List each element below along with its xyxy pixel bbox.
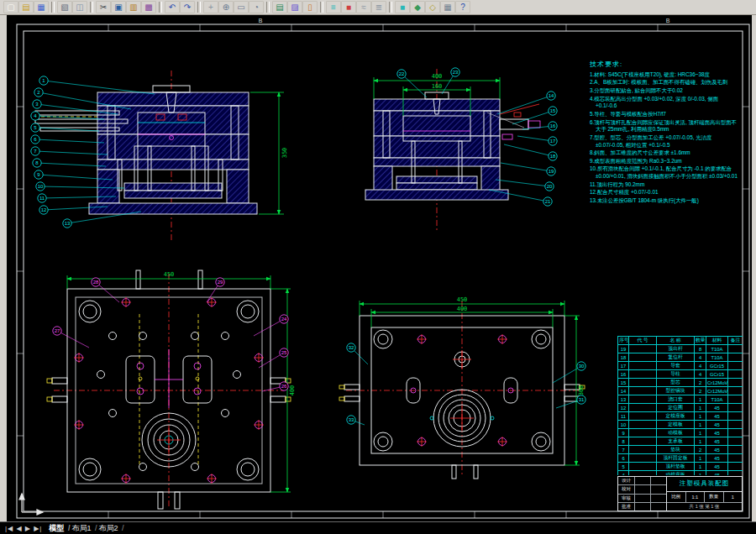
- bom-cell: [728, 421, 743, 429]
- callout-balloon: 28: [92, 278, 100, 286]
- bom-cell: [728, 463, 743, 471]
- bom-cell: 2: [695, 446, 706, 454]
- drawing-canvas[interactable]: B B: [7, 15, 752, 521]
- bom-header-cell: 材料: [706, 337, 728, 345]
- bom-header-cell: 代 号: [629, 337, 657, 345]
- bom-cell: 19: [618, 345, 629, 353]
- callout-balloon: 10: [36, 182, 45, 191]
- bom-cell: 8: [695, 345, 706, 353]
- bom-cell: [629, 353, 657, 362]
- bom-cell: 1: [695, 404, 706, 412]
- zoom-previous-icon[interactable]: ◔: [249, 1, 264, 13]
- bom-cell: 7: [618, 446, 629, 454]
- dimension-label: 160: [432, 83, 443, 90]
- bom-cell: 定位圈: [657, 404, 695, 412]
- lineweight-icon[interactable]: ≣: [371, 1, 386, 13]
- open-icon[interactable]: ▤: [18, 1, 34, 13]
- bom-cell: 13: [618, 395, 629, 404]
- tech-note-line: 3.分型面研配贴合, 贴合间隙不大于0.02: [590, 87, 741, 95]
- cut-icon[interactable]: ✂: [96, 1, 111, 13]
- bom-header-cell: 序号: [618, 337, 629, 345]
- bom-table-container: 序号代 号名 称数量材料备注19顶出杆8T10A18复位杆4T10A17导套4G…: [617, 336, 743, 475]
- bom-row: 7垫块245: [618, 446, 743, 454]
- callout-number: 17: [550, 139, 556, 144]
- tab-nav-buttons[interactable]: |◀ ◀ ▶ ▶|: [5, 525, 42, 532]
- paste-icon[interactable]: ▥: [126, 1, 141, 13]
- ejector-pin-symbol: [109, 410, 117, 417]
- layout-tab-bar: |◀ ◀ ▶ ▶| 模型布局1布局2: [0, 521, 756, 534]
- zone-label: B: [259, 18, 263, 24]
- callout-number: 22: [399, 71, 405, 76]
- layout-tab-2[interactable]: 布局1: [71, 524, 97, 532]
- toolbar-separator: [320, 2, 323, 13]
- print-preview-icon[interactable]: ◫: [72, 1, 87, 13]
- bom-cell: 1: [695, 421, 706, 429]
- undo-icon[interactable]: ↶: [165, 1, 180, 13]
- bom-row: 17导套4GCr15: [618, 362, 743, 370]
- osnap-icon[interactable]: ◇: [425, 1, 440, 13]
- designcenter-icon[interactable]: ▨: [287, 1, 302, 13]
- callout-balloon: 1: [39, 76, 48, 85]
- sheet-info: 共 1 张 第 1 张: [667, 503, 742, 510]
- bom-row: 19顶出杆8T10A: [618, 345, 743, 353]
- linetype-icon[interactable]: ≈: [356, 1, 371, 13]
- render-icon[interactable]: ◆: [410, 1, 425, 13]
- toolbar-separator: [51, 2, 55, 13]
- bom-cell: [629, 471, 657, 476]
- color-control-icon[interactable]: ■: [395, 1, 410, 13]
- callout-balloon: 16: [549, 122, 557, 130]
- callout-number: 19: [549, 169, 554, 174]
- save-icon[interactable]: ▦: [34, 1, 49, 13]
- callout-number: 25: [281, 350, 287, 355]
- bom-cell: 45: [706, 463, 728, 471]
- redo-icon[interactable]: ↷: [180, 1, 195, 13]
- bom-cell: [629, 463, 657, 471]
- layers-icon[interactable]: ≡: [326, 1, 341, 13]
- properties-icon[interactable]: ▤: [272, 1, 287, 13]
- bom-cell: [629, 387, 657, 395]
- help-icon[interactable]: ?: [455, 1, 470, 13]
- ejector-pin-symbol: [109, 332, 117, 340]
- callout-balloon: 15: [549, 107, 557, 115]
- callout-number: 11: [39, 196, 45, 201]
- bom-cell: 顶杆垫板: [657, 463, 695, 471]
- bom-cell: 定模板: [657, 421, 695, 429]
- bom-header-cell: 名 称: [657, 337, 695, 345]
- callout-balloon: 30: [577, 362, 585, 370]
- bom-row: 13浇口套1T10A: [618, 395, 743, 404]
- tool-palettes-icon[interactable]: ▯: [302, 1, 318, 13]
- bom-cell: 15: [618, 379, 629, 387]
- zone-label: B: [666, 18, 670, 24]
- bom-cell: [629, 345, 657, 353]
- layout-tab-1[interactable]: 模型: [49, 524, 70, 532]
- bom-cell: [728, 412, 743, 421]
- callout-number: 16: [550, 123, 556, 128]
- bom-cell: 45: [706, 429, 728, 437]
- zoom-window-icon[interactable]: ▭: [234, 1, 249, 13]
- bom-cell: 45: [706, 412, 728, 421]
- match-properties-icon[interactable]: ▩: [141, 1, 156, 13]
- callout-balloon: 22: [397, 70, 406, 78]
- callout-balloon: 32: [347, 343, 355, 352]
- new-icon[interactable]: ▢: [3, 1, 18, 13]
- bom-cell: 动模座板: [657, 471, 695, 476]
- pan-icon[interactable]: +: [203, 1, 218, 13]
- layer-color-icon[interactable]: ■: [341, 1, 356, 13]
- callout-balloon: 7: [31, 147, 39, 155]
- bom-cell: 垫块: [657, 446, 695, 454]
- callout-balloon: 9: [34, 170, 43, 179]
- dimension-label: 400: [432, 73, 443, 80]
- callout-number: 33: [349, 417, 354, 422]
- callout-number: 23: [453, 70, 459, 75]
- copy-icon[interactable]: ▣: [111, 1, 126, 13]
- bom-cell: [629, 446, 657, 454]
- bom-cell: 浇口套: [657, 395, 695, 404]
- dimension-label: 300: [578, 385, 585, 396]
- callout-balloon: 23: [451, 68, 459, 76]
- grid-toggle-icon[interactable]: ▦: [440, 1, 455, 13]
- layout-tab-3[interactable]: 布局2: [98, 524, 123, 532]
- bom-cell: 45: [706, 437, 728, 446]
- print-icon[interactable]: ▧: [57, 1, 72, 13]
- zoom-realtime-icon[interactable]: ⊕: [218, 1, 234, 13]
- dimension-label: 350: [281, 148, 288, 159]
